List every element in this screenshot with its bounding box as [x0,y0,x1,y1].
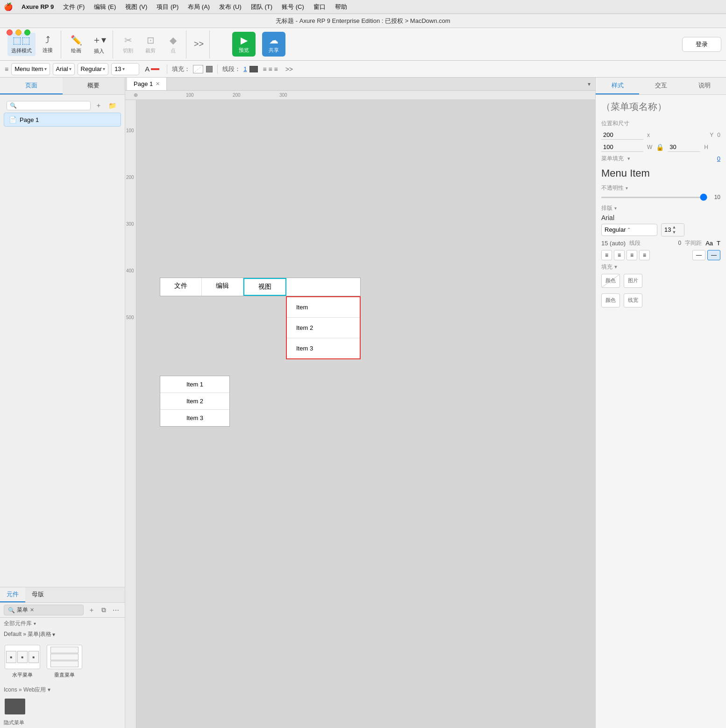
apple-menu[interactable]: 🍎 [4,2,13,11]
crop-button[interactable]: ⊡ 裁剪 [140,33,161,56]
comp-search-clear[interactable]: ✕ [30,607,34,613]
vertical-item-2[interactable]: Item 2 [160,393,229,410]
line-color-swatch[interactable] [249,66,258,72]
ruler-mark-v-500: 500 [126,315,134,320]
valign-top-button[interactable]: — [692,250,705,260]
menu-bar-widget[interactable]: 文件 编辑 视图 [160,278,361,296]
menu-view[interactable]: 视图 (V) [121,2,151,12]
font-style-dropdown-right[interactable]: Regular ⌃ [601,224,657,236]
app-name[interactable]: Axure RP 9 [18,2,57,11]
w-input[interactable] [601,143,643,152]
fill-image-button[interactable]: 图片 [624,274,642,288]
menu-item-file[interactable]: 文件 [160,278,202,296]
widget-type-name: Menu Item [601,167,720,179]
font-family-dropdown[interactable]: Arial ▾ [53,63,75,75]
cut-button[interactable]: ✂ 切割 [118,33,138,56]
page-item-1[interactable]: 📄 Page 1 [4,113,121,127]
menu-window[interactable]: 窗口 [310,2,329,12]
comp-more-button[interactable]: ⋯ [111,606,121,615]
fill-swatch[interactable] [193,65,203,73]
pages-search[interactable]: 🔍 [7,101,91,110]
canvas-tab-page1[interactable]: Page 1 ✕ [127,78,167,90]
menu-help[interactable]: 帮助 [331,2,351,12]
more-button[interactable]: >> [191,39,206,49]
tab-style[interactable]: 样式 [596,78,639,94]
align-justify-button[interactable]: ≡ [639,250,650,260]
comp-horizontal-menu[interactable]: ■ ■ ■ 水平菜单 [5,645,40,678]
vertical-item-3[interactable]: Item 3 [160,410,229,426]
format-more-button[interactable]: >> [283,65,296,73]
font-size-input-right[interactable]: 13 ▲ ▼ [661,223,684,236]
border-color-button[interactable]: 颜色 [601,293,620,307]
fill-color-button[interactable]: 颜色 [601,274,620,288]
canvas-tab-close[interactable]: ✕ [156,81,160,87]
font-size-up[interactable]: ▲ [672,225,676,230]
add-page-button[interactable]: ＋ [93,100,104,111]
close-button[interactable] [7,29,13,36]
canvas-viewport[interactable]: 100 200 300 400 500 文件 编辑 视图 Item Item 2… [125,100,595,728]
opacity-slider[interactable] [601,197,707,198]
menu-layout[interactable]: 布局 (A) [184,2,214,12]
login-button[interactable]: 登录 [682,37,721,52]
connect-button[interactable]: ⤴ 连接 [37,33,58,56]
canvas-content[interactable]: 文件 编辑 视图 Item Item 2 Item 3 Item 1 Item … [136,100,595,728]
lock-icon[interactable]: 🔒 [656,143,664,151]
menu-item-view[interactable]: 视图 [243,278,286,296]
border-width-button[interactable]: 线宽 [624,293,642,307]
tab-widgets[interactable]: 元件 [0,587,25,602]
point-button[interactable]: ◆ 点 [163,33,183,56]
preview-button[interactable]: ▶ 预览 [232,32,256,57]
dropdown-item-2[interactable]: Item 2 [287,318,360,338]
tab-pages[interactable]: 页面 [0,78,63,94]
menu-file[interactable]: 文件 (F) [59,2,88,12]
comp-vertical-menu[interactable]: 垂直菜单 [47,645,82,678]
h-input[interactable] [668,143,700,152]
tab-outline[interactable]: 概要 [63,78,125,94]
fill-arrow[interactable]: ▾ [627,156,630,162]
menu-publish[interactable]: 发布 (U) [215,2,245,12]
menu-team[interactable]: 团队 (T) [247,2,276,12]
align-center-button[interactable]: ≡ [614,250,625,260]
menu-item-edit[interactable]: 编辑 [202,278,243,296]
font-size-down[interactable]: ▼ [672,230,676,235]
dropdown-item-3[interactable]: Item 3 [287,338,360,358]
fill-val[interactable]: 0 [717,155,720,162]
align-right-button[interactable]: ≡ [626,250,637,260]
arrange-arrow[interactable]: ▾ [614,206,617,211]
insert-button[interactable]: ＋▾ 插入 [88,32,110,57]
add-folder-button[interactable]: 📁 [107,101,118,110]
widget-name-input[interactable] [601,100,720,116]
x-input[interactable] [601,130,643,140]
fill-color-swatch[interactable] [206,66,213,72]
comp-copy-button[interactable]: ⧉ [100,605,108,615]
dropdown-item-1[interactable]: Item [287,297,360,318]
vertical-item-1[interactable]: Item 1 [160,376,229,393]
comp-add-button[interactable]: ＋ [86,605,97,615]
valign-middle-button[interactable]: — [707,250,720,260]
maximize-button[interactable] [24,29,30,36]
fill-section-arrow[interactable]: ▾ [614,264,617,270]
menu-project[interactable]: 项目 (P) [153,2,182,12]
font-color-button[interactable]: A [142,63,162,75]
menu-account[interactable]: 账号 (C) [278,2,308,12]
widget-type-dropdown[interactable]: Menu Item ▾ [11,63,50,75]
select-mode-button[interactable]: ⬚⬚ 选择模式 [7,33,36,56]
font-style-dropdown[interactable]: Regular ▾ [78,63,109,75]
comp-library-arrow[interactable]: ▾ [34,621,36,626]
font-size-dropdown[interactable]: 13 ▾ [111,63,139,75]
dropdown-widget[interactable]: Item Item 2 Item 3 [286,296,361,359]
tab-masters[interactable]: 母版 [25,587,50,602]
tab-interact[interactable]: 交互 [639,78,683,94]
minimize-button[interactable] [15,29,21,36]
icons-arrow[interactable]: ▾ [48,686,50,693]
opacity-arrow[interactable]: ▾ [626,186,628,191]
tab-note[interactable]: 说明 [683,78,726,94]
align-left-button[interactable]: ≡ [601,250,612,260]
comp-search-input[interactable]: 🔍 菜单 ✕ [4,605,84,615]
draw-button[interactable]: ✏️ 绘画 [66,33,86,56]
breadcrumb-arrow[interactable]: ▾ [52,631,55,638]
share-button[interactable]: ☁ 共享 [262,32,285,57]
canvas-tab-arrow[interactable]: ▾ [585,81,593,87]
vertical-menu-widget[interactable]: Item 1 Item 2 Item 3 [160,376,230,427]
menu-edit[interactable]: 编辑 (E) [90,2,120,12]
